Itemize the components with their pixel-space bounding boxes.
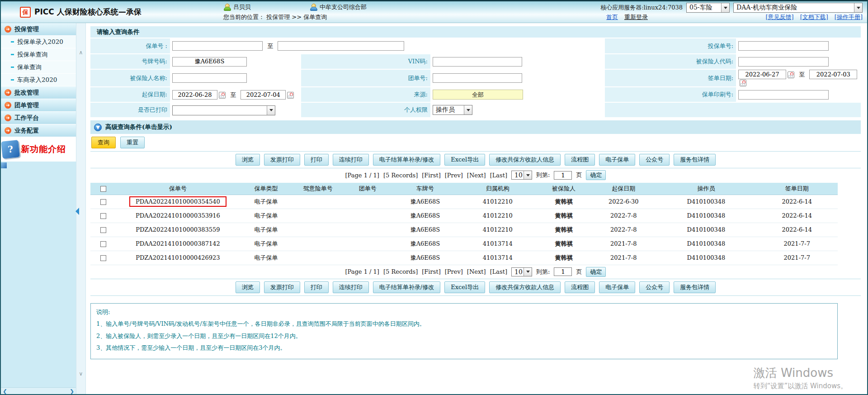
breadcrumb-path: 投保管理 >> 保单查询 bbox=[266, 14, 327, 20]
policy-no-cell[interactable]: PDAA202141010000387142 bbox=[116, 237, 240, 251]
last-page-link[interactable]: [Last] bbox=[490, 172, 507, 179]
policy-no-cell[interactable]: PDZA202141010000426923 bbox=[116, 251, 240, 265]
select-all-checkbox[interactable] bbox=[100, 186, 106, 192]
prev-page-link[interactable]: [Prev] bbox=[445, 268, 463, 275]
invoice-print-button[interactable]: 发票打印 bbox=[264, 154, 300, 166]
source-value-box[interactable]: 全部 bbox=[433, 90, 523, 100]
row-checkbox[interactable] bbox=[100, 213, 106, 219]
sidebar-item-tuandan-guanli[interactable]: ➜ 团单管理 bbox=[1, 99, 76, 112]
vertical-scrollbar[interactable]: ∧ ∨ bbox=[76, 23, 86, 395]
start-date-from-input[interactable] bbox=[172, 90, 217, 100]
scroll-down-icon[interactable]: ∨ bbox=[76, 371, 85, 377]
sidebar-item-pigai-guanli[interactable]: ➜ 批改管理 bbox=[1, 86, 76, 99]
sidebar-item-baodan-chaxun[interactable]: 保单查询 bbox=[1, 61, 76, 74]
sign-date-to-input[interactable] bbox=[809, 70, 857, 79]
row-checkbox[interactable] bbox=[100, 227, 106, 233]
flowchart-button[interactable]: 流程图 bbox=[565, 154, 595, 166]
records-count: [5 Records] bbox=[383, 268, 418, 275]
scroll-right-icon[interactable]: ❯ bbox=[70, 388, 74, 395]
plate-no-input[interactable] bbox=[172, 57, 247, 67]
e-policy-button[interactable]: 电子保单 bbox=[599, 281, 635, 293]
download-link[interactable]: [文档下载] bbox=[800, 13, 828, 21]
row-checkbox[interactable] bbox=[100, 255, 106, 261]
printed-select[interactable] bbox=[172, 105, 275, 115]
service-package-button[interactable]: 服务包详情 bbox=[674, 281, 716, 293]
continuous-print-button[interactable]: 连续打印 bbox=[333, 154, 369, 166]
next-page-link[interactable]: [Next] bbox=[467, 268, 486, 275]
print-button[interactable]: 打印 bbox=[304, 281, 329, 293]
excel-export-button[interactable]: Excel导出 bbox=[444, 281, 485, 293]
policy-no-cell[interactable]: PDZA202241010000383559 bbox=[116, 223, 240, 237]
calendar-icon[interactable] bbox=[287, 92, 294, 99]
sidebar-collapse-icon[interactable] bbox=[75, 208, 79, 215]
privilege-select[interactable]: 操作员 bbox=[433, 105, 472, 115]
official-account-button[interactable]: 公众号 bbox=[639, 154, 670, 166]
start-date-to-input[interactable] bbox=[241, 90, 286, 100]
sidebar-item-cheshang-luru[interactable]: 车商录入2020 bbox=[1, 74, 76, 86]
browse-button[interactable]: 浏览 bbox=[236, 154, 260, 166]
page-size-select[interactable]: 10 bbox=[511, 267, 532, 276]
sidebar-item-yewu-peizhi[interactable]: ➜ 业务配置 bbox=[1, 124, 76, 137]
sign-date-cell: 2021-7-7 bbox=[756, 251, 838, 265]
sidebar-horizontal-scrollbar[interactable]: ❮ ❯ bbox=[1, 387, 76, 395]
browse-button[interactable]: 浏览 bbox=[236, 281, 260, 293]
sign-date-from-input[interactable] bbox=[738, 70, 786, 79]
last-page-link[interactable]: [Last] bbox=[490, 268, 507, 275]
insured-code-input[interactable] bbox=[738, 57, 829, 67]
calendar-icon[interactable] bbox=[740, 80, 746, 86]
calendar-icon[interactable] bbox=[788, 71, 794, 78]
reset-button[interactable]: 重置 bbox=[120, 137, 145, 148]
sidebar-item-gongzuo-pingtai[interactable]: ➜ 工作平台 bbox=[1, 112, 76, 124]
scroll-left-icon[interactable]: ❮ bbox=[3, 388, 7, 395]
goto-page-input[interactable] bbox=[554, 267, 572, 276]
insured-code-label: 被保险人代码: bbox=[605, 54, 736, 69]
policy-no-to-input[interactable] bbox=[278, 41, 404, 51]
feedback-link[interactable]: [意见反馈] bbox=[766, 13, 794, 21]
relogin-link[interactable]: 重新登录 bbox=[624, 13, 648, 21]
advanced-query-bar[interactable]: ▼ 高级查询条件(单击显示) bbox=[90, 120, 861, 134]
query-button[interactable]: 查询 bbox=[91, 137, 116, 148]
excel-export-button[interactable]: Excel导出 bbox=[444, 154, 485, 166]
policy-type-cell: 电子保单 bbox=[240, 195, 292, 209]
product-select[interactable]: DAA-机动车商业保险 bbox=[733, 3, 863, 13]
policy-no-cell[interactable]: PDAA202241010000353916 bbox=[116, 209, 240, 223]
sidebar-item-toubaodan-luru[interactable]: 投保单录入2020 bbox=[1, 36, 76, 48]
print-no-input[interactable] bbox=[738, 90, 829, 100]
policy-no-from-input[interactable] bbox=[172, 41, 263, 51]
calendar-icon[interactable] bbox=[219, 92, 226, 99]
prev-page-link[interactable]: [Prev] bbox=[445, 172, 463, 179]
vin-input[interactable] bbox=[433, 57, 522, 67]
page-size-select[interactable]: 10 bbox=[511, 171, 532, 180]
e-statement-button[interactable]: 电子结算单补录/修改 bbox=[373, 281, 440, 293]
scroll-up-icon[interactable]: ∧ bbox=[76, 49, 85, 56]
insurance-line-select[interactable]: 05-车险 bbox=[686, 3, 730, 13]
official-account-button[interactable]: 公众号 bbox=[639, 281, 670, 293]
next-page-link[interactable]: [Next] bbox=[467, 172, 486, 179]
flowchart-button[interactable]: 流程图 bbox=[565, 281, 595, 293]
sidebar-item-toubao-guanli[interactable]: ➜ 投保管理 bbox=[1, 23, 76, 36]
row-checkbox[interactable] bbox=[100, 199, 106, 205]
e-policy-button[interactable]: 电子保单 bbox=[599, 154, 635, 166]
goto-confirm-button[interactable]: 确定 bbox=[586, 267, 606, 277]
highlighted-policy-no[interactable]: PDAA202241010000354540 bbox=[129, 196, 226, 207]
continuous-print-button[interactable]: 连续打印 bbox=[333, 281, 369, 293]
goto-confirm-button[interactable]: 确定 bbox=[586, 170, 606, 180]
first-page-link[interactable]: [First] bbox=[422, 268, 440, 275]
home-link[interactable]: 首页 bbox=[606, 13, 618, 21]
manual-link[interactable]: [操作手册] bbox=[835, 13, 863, 21]
new-features-banner[interactable]: ? 新功能介绍 bbox=[1, 137, 76, 162]
insured-name-input[interactable] bbox=[172, 73, 247, 83]
e-statement-button[interactable]: 电子结算单补录/修改 bbox=[373, 154, 440, 166]
proposal-no-input[interactable] bbox=[738, 41, 829, 51]
service-package-button[interactable]: 服务包详情 bbox=[674, 154, 716, 166]
row-checkbox[interactable] bbox=[100, 241, 106, 247]
group-no-input[interactable] bbox=[433, 73, 522, 83]
coinsurance-payee-button[interactable]: 修改共保方收款人信息 bbox=[489, 154, 561, 166]
coinsurance-payee-button[interactable]: 修改共保方收款人信息 bbox=[489, 281, 561, 293]
sidebar-item-toubaodan-chaxun[interactable]: 投保单查询 bbox=[1, 48, 76, 61]
col-start-date: 起保日期 bbox=[591, 183, 656, 195]
invoice-print-button[interactable]: 发票打印 bbox=[264, 281, 300, 293]
print-button[interactable]: 打印 bbox=[304, 154, 329, 166]
goto-page-input[interactable] bbox=[554, 171, 572, 180]
first-page-link[interactable]: [First] bbox=[422, 172, 440, 179]
